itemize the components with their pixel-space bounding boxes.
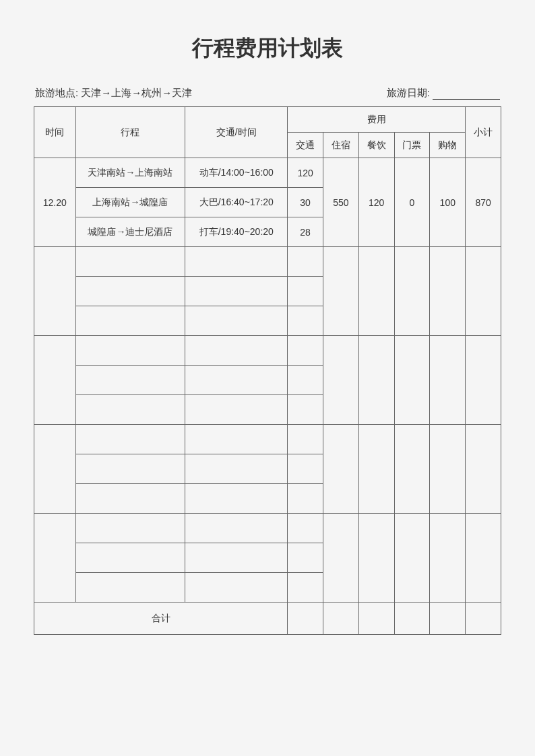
cell-route: 上海南站→城隍庙 xyxy=(75,188,185,217)
header-cost-transport: 交通 xyxy=(288,133,323,158)
cell-lodging xyxy=(323,425,358,514)
cell-cost-transport xyxy=(288,484,323,514)
cell-shopping xyxy=(430,425,466,514)
cell-route xyxy=(75,336,185,366)
cell-route xyxy=(75,543,185,573)
cell-transport xyxy=(185,425,288,454)
cell-date xyxy=(34,336,76,425)
cell-cost-transport xyxy=(288,454,323,484)
cell-transport xyxy=(185,395,288,425)
cell-transport xyxy=(185,277,288,306)
cell-transport xyxy=(185,306,288,336)
cell-ticket xyxy=(394,514,430,603)
page-title: 行程费用计划表 xyxy=(34,34,501,63)
cell-route xyxy=(75,247,185,277)
cell-transport xyxy=(185,484,288,514)
cell-date xyxy=(34,247,76,336)
cell-cost-transport: 28 xyxy=(288,217,323,247)
cell-food xyxy=(358,425,394,514)
cell-lodging: 550 xyxy=(323,158,358,247)
cell-route: 城隍庙→迪士尼酒店 xyxy=(75,217,185,247)
cell-cost-transport: 30 xyxy=(288,188,323,217)
cell-date xyxy=(34,514,76,603)
cell-transport xyxy=(185,366,288,395)
cell-cost-transport xyxy=(288,573,323,603)
cell-route xyxy=(75,514,185,543)
cell-route xyxy=(75,277,185,306)
cell-transport xyxy=(185,247,288,277)
location-value: 天津→上海→杭州→天津 xyxy=(81,87,192,100)
cell-shopping xyxy=(430,336,466,425)
cell-date xyxy=(34,425,76,514)
cell-cost-transport xyxy=(288,425,323,454)
cell-shopping xyxy=(430,247,466,336)
cell-ticket: 0 xyxy=(394,158,430,247)
cell-food xyxy=(358,514,394,603)
cell-lodging xyxy=(323,336,358,425)
table-row xyxy=(34,336,501,366)
header-cost-shopping: 购物 xyxy=(430,133,466,158)
cell-route xyxy=(75,454,185,484)
cell-subtotal xyxy=(466,247,501,336)
cell-shopping: 100 xyxy=(430,158,466,247)
total-ticket xyxy=(394,603,430,635)
cell-ticket xyxy=(394,425,430,514)
total-label: 合计 xyxy=(34,603,288,635)
table-row xyxy=(34,425,501,454)
cell-cost-transport xyxy=(288,277,323,306)
cell-ticket xyxy=(394,247,430,336)
table-row xyxy=(34,514,501,543)
header-subtotal: 小计 xyxy=(466,107,501,158)
table-row: 12.20天津南站→上海南站动车/14:00~16:00120550120010… xyxy=(34,158,501,188)
total-food xyxy=(358,603,394,635)
cell-transport: 打车/19:40~20:20 xyxy=(185,217,288,247)
header-cost-food: 餐饮 xyxy=(358,133,394,158)
cell-route xyxy=(75,425,185,454)
cell-transport xyxy=(185,543,288,573)
cell-subtotal: 870 xyxy=(466,158,501,247)
cell-food xyxy=(358,336,394,425)
total-subtotal xyxy=(466,603,501,635)
cell-food xyxy=(358,247,394,336)
cell-lodging xyxy=(323,514,358,603)
cell-route xyxy=(75,395,185,425)
cell-subtotal xyxy=(466,336,501,425)
header-cost-ticket: 门票 xyxy=(394,133,430,158)
table-row xyxy=(34,247,501,277)
date-value-line xyxy=(433,90,500,100)
header-time: 时间 xyxy=(34,107,76,158)
cell-cost-transport xyxy=(288,366,323,395)
cell-transport: 大巴/16:40~17:20 xyxy=(185,188,288,217)
date-label: 旅游日期: xyxy=(387,87,430,100)
cell-lodging xyxy=(323,247,358,336)
location-info: 旅游地点: 天津→上海→杭州→天津 xyxy=(35,87,192,100)
info-row: 旅游地点: 天津→上海→杭州→天津 旅游日期: xyxy=(34,87,501,100)
expense-table: 时间 行程 交通/时间 费用 小计 交通 住宿 餐饮 门票 购物 12.20天津… xyxy=(34,106,501,635)
cell-cost-transport xyxy=(288,395,323,425)
cell-transport xyxy=(185,514,288,543)
header-transport: 交通/时间 xyxy=(185,107,288,158)
cell-subtotal xyxy=(466,514,501,603)
cell-date: 12.20 xyxy=(34,158,76,247)
date-info: 旅游日期: xyxy=(387,87,500,100)
total-transport xyxy=(288,603,323,635)
cell-route xyxy=(75,306,185,336)
cell-transport xyxy=(185,336,288,366)
cell-route xyxy=(75,573,185,603)
cell-transport xyxy=(185,454,288,484)
cell-route: 天津南站→上海南站 xyxy=(75,158,185,188)
cell-food: 120 xyxy=(358,158,394,247)
cell-cost-transport xyxy=(288,336,323,366)
cell-transport xyxy=(185,573,288,603)
header-route: 行程 xyxy=(75,107,185,158)
cell-cost-transport xyxy=(288,543,323,573)
cell-shopping xyxy=(430,514,466,603)
cell-route xyxy=(75,484,185,514)
cell-subtotal xyxy=(466,425,501,514)
cell-ticket xyxy=(394,336,430,425)
total-row: 合计 xyxy=(34,603,501,635)
cell-cost-transport xyxy=(288,514,323,543)
header-cost-lodging: 住宿 xyxy=(323,133,358,158)
total-lodging xyxy=(323,603,358,635)
cell-cost-transport xyxy=(288,247,323,277)
